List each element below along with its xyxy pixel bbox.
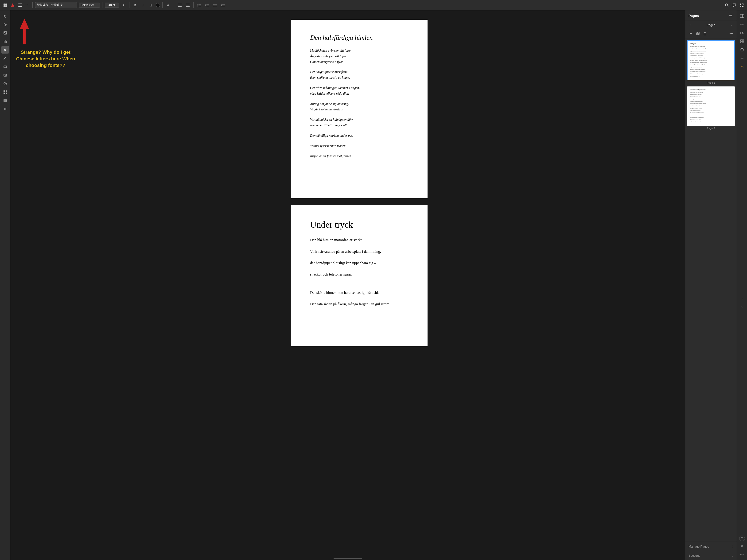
- chart-icon[interactable]: [1, 37, 9, 45]
- svg-rect-26: [214, 5, 217, 5]
- pen-tool-icon[interactable]: [1, 54, 9, 62]
- font-size-plus-button[interactable]: +: [120, 2, 127, 8]
- svg-rect-6: [18, 5, 22, 5]
- text-tool-icon[interactable]: A: [1, 46, 9, 54]
- toolbar-divider-1: [32, 2, 33, 8]
- page-thumbnail-1[interactable]: Allegro Jag gäller längda djur av mert d…: [687, 40, 735, 84]
- svg-rect-56: [4, 100, 6, 101]
- page1-stanza-7: Vattnet lyser mellan träden.: [310, 143, 409, 149]
- annotation-text: Strange? Why do I get Chinese letters he…: [15, 49, 76, 69]
- nav-forward-icon[interactable]: ›: [738, 304, 746, 311]
- font-name-selector[interactable]: 臂擊瀑气一佐撮珠泼: [35, 2, 77, 8]
- pages-next-button[interactable]: ›: [729, 22, 734, 27]
- svg-rect-9: [178, 5, 180, 5]
- grid-view-button[interactable]: [2, 2, 8, 8]
- panel-expand-button[interactable]: [728, 13, 733, 18]
- page-1-thumbnail[interactable]: Allegro Jag gäller längda djur av mert d…: [687, 40, 735, 80]
- color-picker[interactable]: [156, 3, 160, 7]
- bold-button[interactable]: B: [132, 2, 138, 8]
- nav-back-icon[interactable]: ‹: [738, 295, 746, 303]
- svg-rect-35: [733, 4, 736, 6]
- fx-icon[interactable]: FX: [738, 29, 746, 36]
- insert-image-icon[interactable]: [1, 29, 9, 36]
- svg-point-40: [4, 32, 5, 33]
- svg-point-14: [197, 4, 198, 4]
- more-button[interactable]: •••: [24, 2, 30, 8]
- thumb1-title: Allegro: [690, 43, 732, 45]
- svg-marker-4: [11, 3, 15, 7]
- svg-rect-70: [741, 40, 742, 41]
- svg-rect-53: [3, 93, 5, 94]
- page2-stanza-1: Den blå himlen motordan är starkt.: [310, 237, 409, 244]
- page2-title: Under tryck: [310, 220, 409, 230]
- italic-button[interactable]: I: [140, 2, 146, 8]
- svg-rect-12: [186, 5, 189, 5]
- rectangle-tool-icon[interactable]: [1, 63, 9, 71]
- manage-pages-button[interactable]: Manage Pages: [685, 542, 737, 551]
- page2-stanza-3: där hantdjupet plötsligt kan uppenbara s…: [310, 260, 409, 266]
- panel-header: Pages: [685, 10, 737, 21]
- page1-stanza-6: Den oändliga marken under oss.: [310, 133, 409, 138]
- svg-rect-57: [4, 101, 6, 101]
- fullscreen-button[interactable]: [739, 2, 745, 8]
- pages-prev-button[interactable]: ‹: [688, 22, 693, 27]
- strikethrough-button[interactable]: a: [165, 2, 172, 8]
- add-page-button[interactable]: [688, 30, 694, 36]
- help-icon[interactable]: ?: [739, 536, 745, 541]
- canvas-area[interactable]: Strange? Why do I get Chinese letters he…: [10, 10, 685, 560]
- svg-rect-46: [4, 66, 6, 68]
- page1-stanza-5: Var människa en halvöppen dörr som leder…: [310, 117, 409, 128]
- mail-icon[interactable]: [1, 71, 9, 79]
- delete-page-button[interactable]: [702, 30, 708, 36]
- panel-toggle-icon[interactable]: [738, 12, 746, 20]
- svg-rect-10: [178, 6, 182, 6]
- page-2-thumbnail[interactable]: Den halvfärdiga himlen Modlösheten avbry…: [687, 86, 735, 126]
- select-tool-icon[interactable]: [1, 12, 9, 20]
- indent-inc-button[interactable]: [220, 2, 227, 8]
- bullet-list-button[interactable]: [196, 2, 203, 8]
- sections-label: Sections: [689, 554, 700, 557]
- sparkle-icon[interactable]: [738, 54, 746, 62]
- align-left-button[interactable]: [176, 2, 183, 8]
- sections-button[interactable]: Sections: [685, 551, 737, 560]
- app-logo-button[interactable]: [9, 2, 17, 8]
- indent-dec-button[interactable]: [212, 2, 218, 8]
- grid-arrange-icon[interactable]: [738, 37, 746, 45]
- page-1[interactable]: Den halvfärdiga himlen Modlösheten avbry…: [291, 20, 428, 198]
- page-thumbnail-2[interactable]: Den halvfärdiga himlen Modlösheten avbry…: [687, 86, 735, 130]
- page1-stanza-3: Och våra målningar kommer i dagen, våra …: [310, 85, 409, 97]
- warning-badge-icon[interactable]: ⚠: [738, 63, 746, 71]
- thumbnails-area[interactable]: Allegro Jag gäller längda djur av mert d…: [685, 38, 737, 542]
- duplicate-page-button[interactable]: [695, 30, 701, 36]
- underline-button[interactable]: U: [148, 2, 154, 8]
- pages-navigation: ‹ Pages ›: [685, 21, 737, 29]
- search-button[interactable]: [723, 2, 730, 8]
- grab-icon[interactable]: [1, 105, 9, 113]
- svg-rect-41: [4, 41, 4, 43]
- svg-rect-72: [741, 42, 742, 43]
- page1-body: Modlösheten avbryter sitt lopp. Ångesten…: [310, 48, 409, 159]
- close-icon[interactable]: ✕: [738, 542, 746, 550]
- link-icon[interactable]: [1, 97, 9, 104]
- page-actions-more-button[interactable]: •••: [728, 31, 734, 36]
- svg-marker-75: [741, 57, 744, 60]
- svg-line-45: [3, 59, 4, 60]
- page-2[interactable]: Under tryck Den blå himlen motordan är s…: [291, 205, 428, 346]
- align-center-button[interactable]: [184, 2, 191, 8]
- num-list-button[interactable]: 1. 2.: [204, 2, 210, 8]
- pages-nav-title: Pages: [706, 23, 715, 27]
- more-options-sidebar-icon[interactable]: •••: [738, 551, 746, 558]
- history-icon[interactable]: [738, 46, 746, 54]
- svg-rect-15: [199, 4, 201, 4]
- arrange-icon[interactable]: [1, 88, 9, 96]
- font-size-selector[interactable]: 40 pt: [105, 3, 119, 8]
- left-sidebar: A: [0, 10, 10, 560]
- comment-button[interactable]: [731, 2, 738, 8]
- direct-select-icon[interactable]: [1, 21, 9, 28]
- remove-icon[interactable]: [1, 80, 9, 87]
- menu-button[interactable]: [17, 3, 24, 8]
- svg-rect-43: [6, 41, 6, 43]
- manage-pages-chevron-icon: [732, 544, 733, 549]
- manage-pages-label: Manage Pages: [689, 545, 709, 548]
- font-style-selector[interactable]: Bok kursiv: [79, 3, 100, 8]
